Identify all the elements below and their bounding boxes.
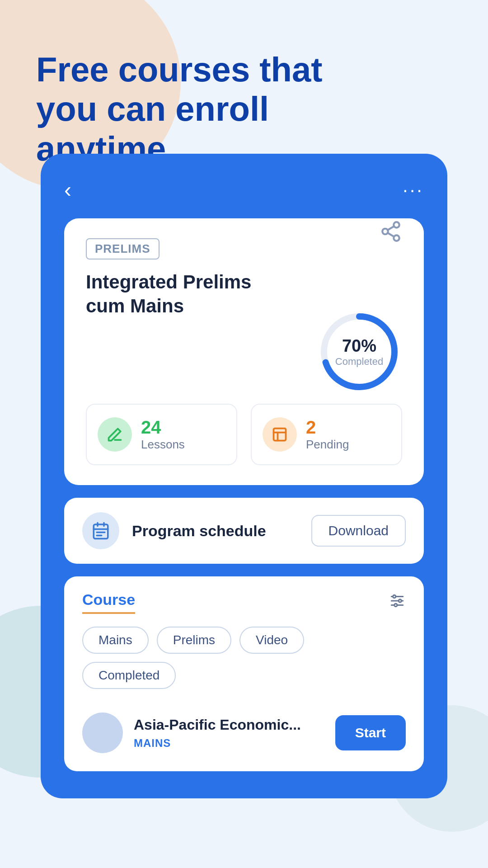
progress-percent: 70% xyxy=(335,336,383,356)
lessons-stat: 24 Lessons xyxy=(86,404,237,465)
lessons-icon xyxy=(98,417,132,452)
svg-point-20 xyxy=(399,599,401,602)
chip-completed[interactable]: Completed xyxy=(82,662,176,689)
svg-rect-7 xyxy=(274,429,286,441)
schedule-card: Program schedule Download xyxy=(64,498,424,564)
back-button[interactable]: ‹ xyxy=(64,177,71,202)
course-thumbnail xyxy=(82,712,123,753)
chip-prelims[interactable]: Prelims xyxy=(157,627,231,654)
pending-icon xyxy=(263,417,297,452)
tab-course[interactable]: Course xyxy=(82,591,135,614)
svg-line-3 xyxy=(388,233,394,236)
course-item-title: Asia-Pacific Economic... xyxy=(134,717,324,733)
filter-chips: Mains Prelims Video Completed xyxy=(82,627,406,689)
course-list-item: Asia-Pacific Economic... MAINS Start xyxy=(82,703,406,753)
lessons-label: Lessons xyxy=(141,438,185,452)
course-title: Integrated Prelims cum Mains xyxy=(86,270,276,318)
course-item-tag: MAINS xyxy=(134,737,324,750)
hero-section: Free courses that you can enroll anytime xyxy=(36,50,352,168)
course-tag: PRELIMS xyxy=(86,238,160,259)
pending-count: 2 xyxy=(306,417,349,438)
stats-row: 24 Lessons 2 Pending xyxy=(86,404,402,465)
tabs-section: Course Mains Prelims Video Completed xyxy=(64,576,424,771)
chip-video[interactable]: Video xyxy=(239,627,304,654)
svg-point-21 xyxy=(394,604,397,606)
progress-label: Completed xyxy=(335,356,383,368)
schedule-icon xyxy=(82,512,119,549)
start-button[interactable]: Start xyxy=(335,715,406,750)
svg-line-4 xyxy=(388,226,394,230)
lessons-count: 24 xyxy=(141,417,185,438)
hero-title: Free courses that you can enroll anytime xyxy=(36,50,352,168)
schedule-label: Program schedule xyxy=(132,522,299,540)
share-icon[interactable] xyxy=(380,220,402,247)
chip-mains[interactable]: Mains xyxy=(82,627,149,654)
course-info-card: PRELIMS Integrated Prelims cum Mains xyxy=(64,218,424,485)
tabs-header: Course xyxy=(82,591,406,614)
progress-circle: 70% Completed xyxy=(316,309,402,395)
filter-icon[interactable] xyxy=(389,592,406,613)
course-item-info: Asia-Pacific Economic... MAINS xyxy=(134,717,324,750)
svg-point-19 xyxy=(393,595,396,598)
download-button[interactable]: Download xyxy=(311,515,406,547)
more-options-button[interactable]: ··· xyxy=(403,179,424,201)
pending-stat: 2 Pending xyxy=(251,404,402,465)
phone-card: ‹ ··· PRELIMS Integrated Prelims cum Mai… xyxy=(41,154,447,798)
phone-nav: ‹ ··· xyxy=(64,177,424,202)
pending-label: Pending xyxy=(306,438,349,452)
